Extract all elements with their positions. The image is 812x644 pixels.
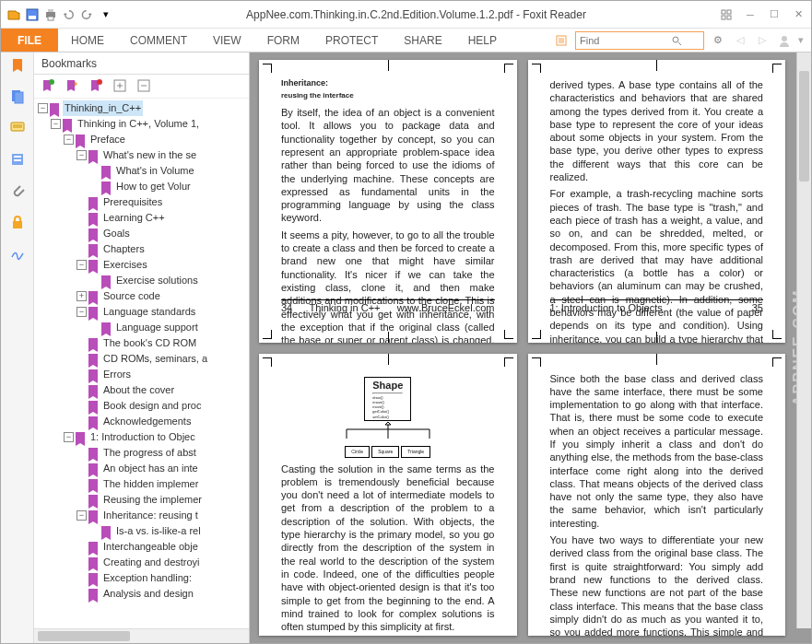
- bookmark-icon: [88, 354, 98, 365]
- bookmark-item[interactable]: The hidden implemer: [101, 476, 200, 492]
- maximize-icon[interactable]: ☐: [767, 7, 782, 22]
- attach-panel-icon[interactable]: [8, 181, 27, 200]
- bookmark-item[interactable]: Chapters: [101, 241, 147, 257]
- bookmark-icon: [101, 322, 111, 334]
- bookmark-icon: [50, 103, 59, 114]
- bookmark-item[interactable]: Reusing the implemer: [101, 492, 204, 508]
- bookmark-item[interactable]: Errors: [101, 367, 133, 382]
- signature-panel-icon[interactable]: [8, 244, 27, 263]
- bookmark-add-icon[interactable]: [41, 79, 56, 94]
- tree-toggle[interactable]: −: [64, 432, 74, 442]
- bookmark-item[interactable]: Book design and proc: [101, 398, 203, 414]
- tree-toggle[interactable]: −: [76, 307, 87, 317]
- tree-toggle[interactable]: −: [76, 150, 87, 160]
- bookmark-item[interactable]: Is-a vs. is-like-a rel: [114, 523, 203, 539]
- bookmark-icon: [88, 260, 98, 271]
- ribbon-min-icon[interactable]: [719, 7, 734, 22]
- bookmark-item[interactable]: 1: Introduction to Objec: [88, 429, 197, 445]
- bookmark-item[interactable]: What's in Volume: [114, 163, 196, 179]
- svg-rect-1: [29, 16, 36, 19]
- bookmark-icon: [88, 291, 98, 302]
- form-panel-icon[interactable]: [8, 150, 27, 169]
- tree-toggle[interactable]: −: [38, 103, 48, 113]
- tab-view[interactable]: VIEW: [200, 29, 254, 52]
- expand-icon[interactable]: [113, 79, 128, 94]
- bookmark-item[interactable]: The progress of abst: [101, 445, 198, 461]
- user-icon[interactable]: [776, 32, 793, 49]
- next-icon[interactable]: ▷: [754, 32, 771, 49]
- svg-rect-18: [13, 221, 22, 228]
- bookmark-icon: [88, 416, 98, 427]
- bookmark-item[interactable]: Language support: [114, 320, 200, 335]
- bookmark-item[interactable]: How to get Volur: [114, 179, 193, 194]
- comments-panel-icon[interactable]: [8, 119, 27, 137]
- search-input[interactable]: [576, 35, 668, 46]
- bookmark-item[interactable]: Exception handling:: [101, 570, 194, 586]
- bookmark-icon: [88, 244, 98, 255]
- search-icon[interactable]: [668, 32, 685, 49]
- viewer-vscroll[interactable]: [796, 53, 811, 628]
- tab-protect[interactable]: PROTECT: [312, 29, 391, 52]
- prev-icon[interactable]: ◁: [732, 32, 748, 49]
- bookmark-panel-icon[interactable]: [8, 56, 27, 75]
- tree-toggle[interactable]: +: [76, 291, 87, 301]
- security-panel-icon[interactable]: [8, 213, 27, 231]
- bookmark-item[interactable]: Prerequisites: [101, 194, 164, 210]
- bookmark-icon: [88, 542, 98, 553]
- undo-icon[interactable]: [62, 7, 76, 22]
- panel-title: Bookmarks: [34, 53, 249, 75]
- bookmark-item[interactable]: Thinking_in_C++: [63, 100, 143, 116]
- bookmark-item[interactable]: Creating and destroyi: [101, 555, 202, 570]
- bookmark-item[interactable]: Interchangeable obje: [101, 539, 200, 555]
- bookmark-item[interactable]: Exercise solutions: [114, 273, 200, 288]
- quick-search-icon[interactable]: [553, 32, 570, 49]
- bookmarks-panel: Bookmarks −Thinking_in_C++ −Thinking in …: [34, 53, 250, 643]
- bookmark-new-icon[interactable]: [65, 79, 80, 94]
- close-icon[interactable]: ✕: [791, 7, 806, 22]
- tab-comment[interactable]: COMMENT: [117, 29, 200, 52]
- svg-rect-8: [727, 16, 731, 19]
- bookmark-item[interactable]: What's new in the se: [101, 147, 198, 163]
- save-icon[interactable]: [25, 7, 40, 22]
- bookmark-item[interactable]: Inheritance: reusing t: [101, 508, 200, 523]
- bookmark-icon: [88, 495, 98, 506]
- bookmark-icon: [88, 510, 98, 521]
- tree-hscroll[interactable]: [34, 628, 249, 643]
- gear-icon[interactable]: ⚙: [710, 32, 726, 49]
- bookmark-del-icon[interactable]: [89, 79, 104, 94]
- bookmark-item[interactable]: Thinking in C++, Volume 1,: [76, 116, 201, 132]
- bookmark-item[interactable]: Goals: [101, 226, 132, 241]
- tab-file[interactable]: FILE: [1, 29, 58, 52]
- tab-form[interactable]: FORM: [254, 29, 312, 52]
- dropdown-icon[interactable]: ▾: [99, 7, 113, 22]
- bookmark-item[interactable]: About the cover: [101, 382, 176, 398]
- tree-toggle[interactable]: −: [76, 260, 87, 270]
- bookmark-item[interactable]: Learning C++: [101, 210, 167, 226]
- svg-rect-17: [14, 159, 21, 161]
- bookmark-item[interactable]: Exercises: [101, 257, 149, 273]
- svg-point-11: [782, 36, 787, 41]
- bookmark-item[interactable]: Source code: [101, 288, 162, 304]
- tab-help[interactable]: HELP: [455, 29, 510, 52]
- tree-toggle[interactable]: −: [76, 510, 87, 521]
- bookmark-icon: [88, 307, 98, 318]
- pages-panel-icon[interactable]: [8, 88, 27, 106]
- bookmark-item[interactable]: CD ROMs, seminars, a: [101, 351, 209, 367]
- bookmark-item[interactable]: An object has an inte: [101, 461, 200, 476]
- bookmark-item[interactable]: Acknowledgements: [101, 414, 193, 429]
- bookmark-item[interactable]: Language standards: [101, 304, 197, 320]
- print-icon[interactable]: [43, 7, 58, 22]
- tree-toggle[interactable]: −: [51, 119, 61, 129]
- bookmark-icon: [88, 150, 98, 161]
- tab-home[interactable]: HOME: [58, 29, 117, 52]
- redo-icon[interactable]: [80, 7, 95, 22]
- tab-share[interactable]: SHARE: [391, 29, 454, 52]
- collapse-icon[interactable]: [137, 79, 152, 94]
- bookmark-icon: [101, 166, 111, 177]
- bookmark-item[interactable]: The book's CD ROM: [101, 335, 198, 351]
- tree-toggle[interactable]: −: [64, 135, 74, 145]
- bookmark-item[interactable]: Preface: [88, 132, 127, 147]
- minimize-icon[interactable]: ─: [743, 7, 758, 22]
- open-icon[interactable]: [6, 7, 21, 22]
- bookmark-item[interactable]: Analysis and design: [101, 586, 195, 602]
